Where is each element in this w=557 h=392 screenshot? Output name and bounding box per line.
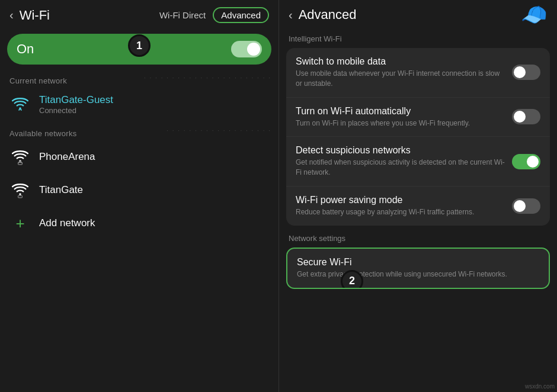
wifi-connected-icon [9, 94, 31, 115]
page-title: Wi-Fi [20, 8, 50, 23]
available-networks-label: Available networks [0, 121, 87, 140]
wifi-auto-item[interactable]: Turn on Wi-Fi automatically Turn on Wi-F… [286, 98, 550, 137]
right-panel: ‹ Advanced 🧢 Intelligent Wi-Fi Switch to… [278, 0, 557, 392]
toggle-knob-off-1 [514, 66, 526, 78]
wifi-direct-button[interactable]: Wi-Fi Direct [159, 10, 206, 20]
toggle-knob-off-3 [514, 200, 526, 212]
watermark: wsxdn.com [525, 383, 555, 390]
connected-network-name: TitanGate-Guest [39, 94, 113, 106]
network-1-name: PhoneArena [39, 151, 95, 163]
intelligent-wifi-card: Switch to mobile data Use mobile data wh… [286, 48, 550, 226]
wifi-auto-text: Turn on Wi-Fi automatically Turn on Wi-F… [296, 106, 512, 128]
current-network-header: Current network · · · · · · · · · · · · … [0, 68, 278, 88]
wifi-icon-2 [9, 179, 31, 201]
secure-wifi-text: Secure Wi-Fi Get extra privacy protectio… [297, 257, 539, 279]
wifi-auto-title: Turn on Wi-Fi automatically [296, 106, 505, 117]
connected-network-item[interactable]: TitanGate-Guest Connected [0, 88, 278, 121]
secure-wifi-desc: Get extra privacy protection while using… [297, 269, 532, 279]
divider-dots: · · · · · · · · · · · · · · · · · · · · … [76, 75, 278, 81]
add-network-icon: + [9, 213, 31, 234]
add-network-label: Add network [39, 217, 95, 229]
svg-point-3 [19, 193, 21, 195]
header-buttons: Wi-Fi Direct Advanced [159, 7, 269, 23]
left-panel: ‹ Wi-Fi Wi-Fi Direct Advanced 1 On Curre… [0, 0, 278, 392]
secure-wifi-card[interactable]: Secure Wi-Fi Get extra privacy protectio… [286, 248, 550, 289]
right-header: ‹ Advanced 🧢 [279, 0, 557, 30]
divider-dots-2: · · · · · · · · · · · · · · · · · · · [87, 127, 278, 134]
wifi-auto-toggle[interactable] [512, 109, 540, 124]
left-header-left: ‹ Wi-Fi [9, 8, 50, 23]
back-arrow-icon[interactable]: ‹ [9, 8, 14, 22]
connected-network-info: TitanGate-Guest Connected [39, 94, 113, 115]
network-settings-label: Network settings [279, 228, 557, 245]
step-1-indicator: 1 [128, 34, 151, 57]
switch-mobile-data-item[interactable]: Switch to mobile data Use mobile data wh… [286, 48, 550, 98]
toggle-knob-on [527, 156, 539, 168]
power-saving-title: Wi-Fi power saving mode [296, 195, 505, 205]
toggle-knob [247, 43, 260, 56]
detect-suspicious-item[interactable]: Detect suspicious networks Get notified … [286, 137, 550, 187]
current-network-label: Current network [0, 68, 76, 88]
detect-suspicious-text: Detect suspicious networks Get notified … [296, 145, 512, 178]
power-saving-text: Wi-Fi power saving mode Reduce battery u… [296, 195, 512, 217]
wifi-on-label: On [17, 41, 34, 57]
svg-rect-4 [18, 195, 23, 198]
left-header: ‹ Wi-Fi Wi-Fi Direct Advanced [0, 0, 278, 30]
connected-network-status: Connected [39, 106, 113, 115]
add-network-item[interactable]: + Add network [0, 207, 278, 240]
detect-suspicious-toggle[interactable] [512, 154, 540, 169]
character-emoji: 🧢 [521, 2, 548, 27]
wifi-auto-desc: Turn on Wi-Fi in places where you use Wi… [296, 118, 505, 128]
advanced-button[interactable]: Advanced [213, 7, 269, 23]
detect-suspicious-title: Detect suspicious networks [296, 145, 505, 156]
right-page-title: Advanced [299, 7, 357, 23]
detect-suspicious-desc: Get notified when suspicious activity is… [296, 158, 505, 178]
svg-rect-2 [18, 162, 23, 165]
right-back-arrow-icon[interactable]: ‹ [289, 8, 293, 22]
wifi-toggle-switch[interactable] [231, 41, 262, 57]
power-saving-toggle[interactable] [512, 198, 540, 214]
intelligent-wifi-label: Intelligent Wi-Fi [279, 30, 557, 46]
network-2-name: TitanGate [39, 184, 83, 196]
available-networks-header: Available networks · · · · · · · · · · ·… [0, 121, 278, 140]
network-1-info: PhoneArena [39, 151, 95, 163]
switch-mobile-data-text: Switch to mobile data Use mobile data wh… [296, 56, 512, 89]
network-2-info: TitanGate [39, 184, 83, 196]
switch-mobile-data-desc: Use mobile data whenever your Wi-Fi inte… [296, 69, 505, 89]
secure-wifi-item[interactable]: Secure Wi-Fi Get extra privacy protectio… [287, 249, 549, 288]
switch-mobile-data-toggle[interactable] [512, 65, 540, 80]
secure-wifi-title: Secure Wi-Fi [297, 257, 532, 268]
power-saving-item[interactable]: Wi-Fi power saving mode Reduce battery u… [286, 187, 550, 226]
network-item-1[interactable]: PhoneArena [0, 140, 278, 173]
switch-mobile-data-title: Switch to mobile data [296, 56, 505, 67]
wifi-icon-1 [9, 146, 31, 168]
power-saving-desc: Reduce battery usage by analyzing Wi-Fi … [296, 207, 505, 217]
network-item-2[interactable]: TitanGate [0, 173, 278, 207]
toggle-knob-off-2 [514, 111, 526, 123]
